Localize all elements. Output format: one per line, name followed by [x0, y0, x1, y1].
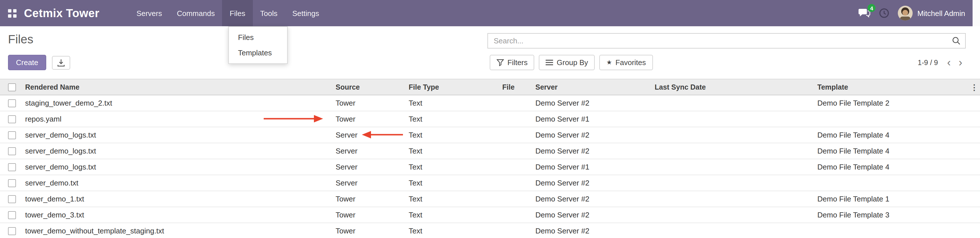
- cell-server: Demo Server #1: [533, 159, 652, 175]
- row-checkbox[interactable]: [8, 179, 16, 187]
- favorites-button[interactable]: ★ Favorites: [600, 55, 653, 70]
- cell-source: Tower: [333, 191, 406, 207]
- row-checkbox[interactable]: [8, 116, 16, 124]
- navbar-systray: 4 Mitchell Admin: [858, 6, 980, 21]
- cell-source: Tower: [333, 223, 406, 238]
- cell-template: Demo File Template 4: [815, 143, 970, 159]
- col-source[interactable]: Source: [333, 79, 406, 95]
- apps-grid-icon[interactable]: [8, 9, 17, 17]
- row-checkbox[interactable]: [8, 132, 16, 140]
- filters-button[interactable]: Filters: [490, 55, 535, 70]
- table-row[interactable]: tower_demo_1.txt Tower Text Demo Server …: [0, 191, 980, 207]
- col-last-sync-date[interactable]: Last Sync Date: [652, 79, 815, 95]
- cell-last-sync-date: [652, 223, 815, 238]
- messages-icon[interactable]: 4: [858, 8, 870, 18]
- pager: 1-9 / 9 ‹ ›: [918, 57, 966, 68]
- cell-rendered-name: tower_demo_3.txt: [23, 207, 333, 223]
- menu-item-tools[interactable]: Tools: [253, 0, 285, 26]
- cell-last-sync-date: [652, 191, 815, 207]
- cell-source: Server: [333, 127, 406, 143]
- cell-rendered-name: server_demo_logs.txt: [23, 127, 333, 143]
- pager-previous-icon[interactable]: ‹: [944, 57, 954, 68]
- cell-last-sync-date: [652, 175, 815, 191]
- table-row[interactable]: server_demo.txt Server Text Demo Server …: [0, 175, 980, 191]
- files-menu-dropdown: Files Templates: [228, 26, 288, 64]
- export-button[interactable]: [52, 56, 70, 69]
- cell-file-type: Text: [406, 159, 500, 175]
- table-row[interactable]: server_demo_logs.txt Server Text Demo Se…: [0, 143, 980, 159]
- cell-file-type: Text: [406, 111, 500, 127]
- cell-file-type: Text: [406, 127, 500, 143]
- table-row[interactable]: staging_tower_demo_2.txt Tower Text Demo…: [0, 95, 980, 111]
- download-icon: [57, 59, 65, 67]
- search-input[interactable]: [488, 36, 952, 45]
- main-menu: Servers Commands Files Tools Settings: [129, 0, 326, 26]
- col-file-type[interactable]: File Type: [406, 79, 500, 95]
- cell-source: Tower: [333, 207, 406, 223]
- cell-file-type: Text: [406, 207, 500, 223]
- row-checkbox[interactable]: [8, 195, 16, 203]
- dropdown-item-templates[interactable]: Templates: [229, 45, 287, 60]
- activity-clock-icon[interactable]: [879, 8, 889, 18]
- cell-server: Demo Server #2: [533, 95, 652, 111]
- cell-file: [500, 175, 533, 191]
- row-checkbox[interactable]: [8, 211, 16, 219]
- cell-file: [500, 191, 533, 207]
- cell-server: Demo Server #2: [533, 127, 652, 143]
- cell-template: [815, 111, 970, 127]
- row-checkbox[interactable]: [8, 227, 16, 235]
- pager-range: 1-9 / 9: [918, 59, 938, 67]
- optional-columns-icon[interactable]: ⋮: [970, 83, 978, 92]
- cell-last-sync-date: [652, 95, 815, 111]
- create-button[interactable]: Create: [8, 55, 46, 70]
- col-file[interactable]: File: [500, 79, 533, 95]
- select-all-checkbox[interactable]: [8, 83, 16, 91]
- col-server[interactable]: Server: [533, 79, 652, 95]
- col-rendered-name[interactable]: Rendered Name: [23, 79, 333, 95]
- cell-last-sync-date: [652, 127, 815, 143]
- dropdown-item-files[interactable]: Files: [229, 30, 287, 45]
- cell-file: [500, 95, 533, 111]
- cell-template: [815, 175, 970, 191]
- cell-server: Demo Server #2: [533, 223, 652, 238]
- menu-item-files[interactable]: Files: [222, 0, 253, 26]
- pager-next-icon[interactable]: ›: [955, 57, 966, 68]
- cell-server: Demo Server #2: [533, 143, 652, 159]
- menu-item-settings[interactable]: Settings: [285, 0, 326, 26]
- cell-file: [500, 111, 533, 127]
- group-by-icon: [546, 59, 554, 66]
- cell-last-sync-date: [652, 143, 815, 159]
- table-row[interactable]: server_demo_logs.txt Server Text Demo Se…: [0, 159, 980, 175]
- table-row[interactable]: repos.yaml Tower Text Demo Server #1: [0, 111, 980, 127]
- cell-rendered-name: tower_demo_without_template_staging.txt: [23, 223, 333, 238]
- row-checkbox[interactable]: [8, 163, 16, 171]
- star-icon: ★: [606, 59, 612, 66]
- cell-server: Demo Server #2: [533, 175, 652, 191]
- cell-server: Demo Server #2: [533, 191, 652, 207]
- cell-file-type: Text: [406, 175, 500, 191]
- row-checkbox[interactable]: [8, 100, 16, 108]
- row-checkbox[interactable]: [8, 148, 16, 155]
- col-template[interactable]: Template: [815, 79, 970, 95]
- menu-item-servers[interactable]: Servers: [129, 0, 170, 26]
- app-window: Cetmix Tower Servers Commands Files Tool…: [0, 0, 980, 238]
- cell-template: Demo File Template 2: [815, 95, 970, 111]
- cell-template: Demo File Template 1: [815, 191, 970, 207]
- cell-rendered-name: server_demo.txt: [23, 175, 333, 191]
- cell-file-type: Text: [406, 191, 500, 207]
- menu-item-commands[interactable]: Commands: [170, 0, 222, 26]
- cell-file-type: Text: [406, 223, 500, 238]
- cell-rendered-name: staging_tower_demo_2.txt: [23, 95, 333, 111]
- group-by-button[interactable]: Group By: [539, 55, 595, 70]
- control-panel: Files Create: [0, 26, 980, 79]
- search-box: [487, 33, 966, 49]
- search-icon[interactable]: [952, 36, 965, 45]
- cell-rendered-name: repos.yaml: [23, 111, 333, 127]
- cell-rendered-name: tower_demo_1.txt: [23, 191, 333, 207]
- table-row[interactable]: tower_demo_without_template_staging.txt …: [0, 223, 980, 238]
- files-list-table: Rendered Name Source File Type File Serv…: [0, 79, 980, 238]
- table-row[interactable]: tower_demo_3.txt Tower Text Demo Server …: [0, 207, 980, 223]
- table-row[interactable]: server_demo_logs.txt Server Text Demo Se…: [0, 127, 980, 143]
- user-menu[interactable]: Mitchell Admin: [898, 6, 965, 21]
- top-navbar: Cetmix Tower Servers Commands Files Tool…: [0, 0, 980, 26]
